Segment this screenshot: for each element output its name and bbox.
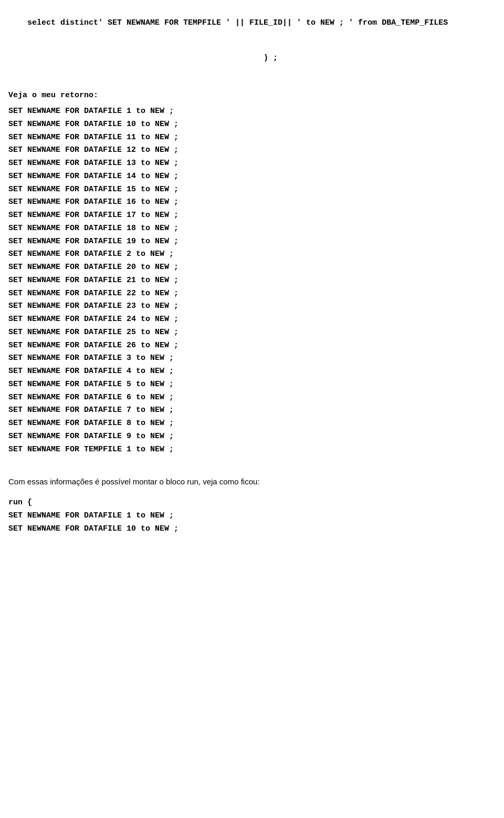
return-line: SET NEWNAME FOR DATAFILE 6 to NEW ; [8,391,496,405]
return-line: SET NEWNAME FOR DATAFILE 19 to NEW ; [8,235,496,248]
return-line: SET NEWNAME FOR DATAFILE 12 to NEW ; [8,144,496,157]
return-line: SET NEWNAME FOR TEMPFILE 1 to NEW ; [8,443,496,457]
return-line: SET NEWNAME FOR DATAFILE 9 to NEW ; [8,430,496,443]
return-line: SET NEWNAME FOR DATAFILE 2 to NEW ; [8,248,496,261]
sql-line1: select distinct' SET NEWNAME FOR TEMPFIL… [27,18,448,27]
return-line: SET NEWNAME FOR DATAFILE 1 to NEW ; [8,105,496,118]
return-line: SET NEWNAME FOR DATAFILE 8 to NEW ; [8,417,496,430]
run-line: SET NEWNAME FOR DATAFILE 10 to NEW ; [8,523,496,536]
return-line: SET NEWNAME FOR DATAFILE 18 to NEW ; [8,222,496,235]
return-line: SET NEWNAME FOR DATAFILE 21 to NEW ; [8,274,496,287]
return-line: SET NEWNAME FOR DATAFILE 20 to NEW ; [8,261,496,274]
return-line: SET NEWNAME FOR DATAFILE 4 to NEW ; [8,365,496,378]
run-block: run { SET NEWNAME FOR DATAFILE 1 to NEW … [8,496,496,535]
bottom-description: Com essas informações é possível montar … [8,477,496,486]
return-line: SET NEWNAME FOR DATAFILE 15 to NEW ; [8,183,496,196]
return-line: SET NEWNAME FOR DATAFILE 13 to NEW ; [8,157,496,170]
return-line: SET NEWNAME FOR DATAFILE 5 to NEW ; [8,378,496,391]
run-line: SET NEWNAME FOR DATAFILE 1 to NEW ; [8,510,496,523]
sql-code-block: select distinct' SET NEWNAME FOR TEMPFIL… [8,5,496,76]
return-line: SET NEWNAME FOR DATAFILE 17 to NEW ; [8,209,496,222]
return-line: SET NEWNAME FOR DATAFILE 25 to NEW ; [8,326,496,339]
return-line: SET NEWNAME FOR DATAFILE 24 to NEW ; [8,313,496,326]
return-line: SET NEWNAME FOR DATAFILE 3 to NEW ; [8,352,496,365]
return-line: SET NEWNAME FOR DATAFILE 22 to NEW ; [8,287,496,301]
return-line: SET NEWNAME FOR DATAFILE 14 to NEW ; [8,170,496,183]
return-block: SET NEWNAME FOR DATAFILE 1 to NEW ;SET N… [8,105,496,456]
return-line: SET NEWNAME FOR DATAFILE 7 to NEW ; [8,404,496,417]
return-line: SET NEWNAME FOR DATAFILE 16 to NEW ; [8,196,496,209]
run-lines-container: SET NEWNAME FOR DATAFILE 1 to NEW ;SET N… [8,510,496,536]
return-line: SET NEWNAME FOR DATAFILE 10 to NEW ; [8,118,496,131]
section-label: Veja o meu retorno: [8,91,496,100]
sql-line2: ) ; [27,54,278,63]
run-open: run { [8,496,496,510]
main-content: select distinct' SET NEWNAME FOR TEMPFIL… [8,5,496,536]
return-line: SET NEWNAME FOR DATAFILE 11 to NEW ; [8,131,496,144]
return-line: SET NEWNAME FOR DATAFILE 23 to NEW ; [8,300,496,313]
return-line: SET NEWNAME FOR DATAFILE 26 to NEW ; [8,339,496,353]
